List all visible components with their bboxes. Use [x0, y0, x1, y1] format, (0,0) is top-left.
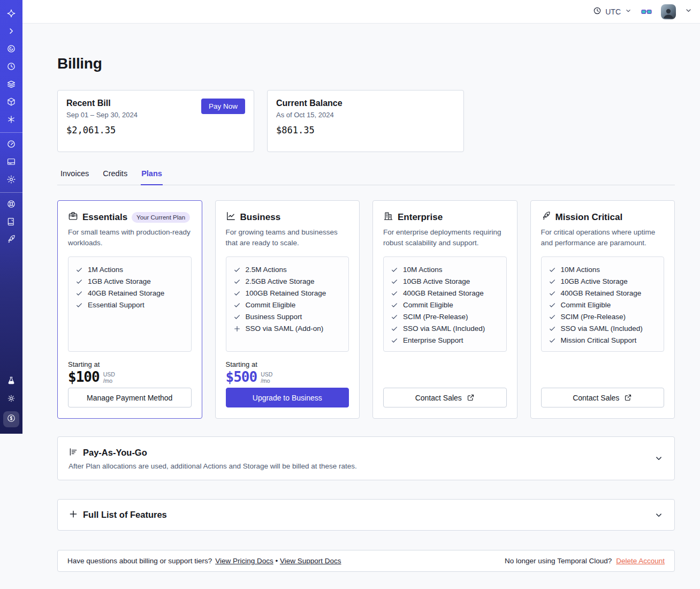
recent-bill-amount: $2,061.35: [66, 125, 245, 135]
tab-invoices[interactable]: Invoices: [60, 165, 89, 185]
plan-feature-label: Mission Critical Support: [561, 335, 637, 346]
plan-feature-item: Enterprise Support: [391, 335, 499, 346]
rocket-icon: [6, 235, 16, 246]
plan-description: For critical operations where uptime and…: [541, 227, 665, 249]
plan-feature-label: Business Support: [246, 311, 302, 323]
payg-expand-chevron-icon[interactable]: [654, 454, 664, 463]
avatar[interactable]: [661, 4, 676, 19]
sidebar-item-flask[interactable]: [0, 373, 22, 390]
check-icon: [391, 313, 398, 321]
plan-feature-label: Commit Eligible: [403, 299, 453, 311]
plan-feature-label: Enterprise Support: [403, 335, 463, 346]
sidebar-item-chevron-right[interactable]: [0, 23, 22, 41]
plan-feature-item: 1GB Active Storage: [75, 276, 184, 288]
current-balance-card: Current Balance As of Oct 15, 2024 $861.…: [267, 90, 464, 152]
check-icon: [75, 278, 83, 285]
contact-sales-button[interactable]: Contact Sales: [383, 388, 507, 407]
recent-bill-card: Recent Bill Sep 01 – Sep 30, 2024 $2,061…: [57, 90, 254, 152]
price-row: $500USD/mo: [226, 369, 349, 385]
plan-feature-label: 100GB Retained Storage: [246, 288, 326, 299]
goggles-icon[interactable]: [641, 6, 652, 18]
stack-icon: [6, 79, 16, 91]
upgrade-to-business-button[interactable]: Upgrade to Business: [226, 388, 349, 407]
check-icon: [391, 278, 398, 285]
sidebar-item-cube[interactable]: [0, 94, 22, 111]
current-balance-amount: $861.35: [276, 125, 455, 135]
sidebar-item-schedules[interactable]: [0, 58, 22, 76]
plan-feature-item: Mission Critical Support: [549, 335, 657, 346]
plan-feature-label: 10M Actions: [403, 264, 443, 276]
lifebuoy-icon: [6, 199, 16, 211]
tab-credits[interactable]: Credits: [102, 165, 128, 185]
plan-button-label: Manage Payment Method: [87, 394, 172, 402]
tab-plans[interactable]: Plans: [141, 165, 163, 185]
plan-feature-item: Commit Eligible: [549, 299, 657, 311]
sidebar-item-temporal-logo[interactable]: [0, 5, 22, 23]
sidebar-item-namespaces[interactable]: [0, 41, 22, 58]
check-icon: [233, 313, 241, 321]
full-feature-list-section[interactable]: Full List of Features: [57, 499, 675, 531]
pay-now-button[interactable]: Pay Now: [201, 99, 245, 114]
price-starting-at-label: Starting at: [68, 360, 192, 368]
billing-summary-row: Recent Bill Sep 01 – Sep 30, 2024 $2,061…: [57, 90, 675, 152]
check-icon: [549, 266, 556, 274]
account-menu-chevron-icon[interactable]: [684, 6, 693, 17]
footer-link-view-pricing-docs[interactable]: View Pricing Docs: [215, 557, 273, 565]
plan-feature-box: 10M Actions10GB Active Storage400GB Reta…: [383, 256, 507, 352]
plan-card-essentials: EssentialsYour Current PlanFor small tea…: [57, 200, 202, 419]
external-link-icon: [624, 394, 632, 402]
sidebar-item-panel[interactable]: [0, 154, 22, 171]
features-expand-chevron-icon[interactable]: [654, 510, 664, 520]
sidebar-item-lifebuoy[interactable]: [0, 196, 22, 214]
sidebar-item-gauge[interactable]: [0, 136, 22, 154]
briefcase-icon: [68, 211, 78, 223]
plus-icon: [233, 325, 241, 333]
plan-feature-label: 1GB Active Storage: [88, 276, 151, 288]
gauge-icon: [6, 139, 16, 151]
check-icon: [391, 301, 398, 309]
sidebar-item-docs[interactable]: [0, 214, 22, 231]
clock-icon: [593, 6, 602, 17]
plan-feature-label: SSO via SAML (Included): [561, 323, 643, 335]
plus-icon: [69, 509, 78, 521]
plan-feature-label: Commit Eligible: [246, 299, 296, 311]
contact-sales-button[interactable]: Contact Sales: [541, 388, 665, 407]
pay-as-you-go-section[interactable]: Pay-As-You-Go After Plan allocations are…: [57, 436, 675, 480]
plan-card-business: BusinessFor growing teams and businesses…: [215, 200, 360, 419]
manage-payment-method-button[interactable]: Manage Payment Method: [68, 388, 192, 407]
delete-account-link[interactable]: Delete Account: [616, 557, 665, 565]
sidebar-item-billing-active[interactable]: [3, 411, 19, 427]
check-icon: [75, 301, 83, 309]
check-icon: [549, 337, 556, 344]
check-icon: [233, 301, 241, 309]
plan-feature-item: 2.5M Actions: [233, 264, 342, 276]
features-content: Full List of Features: [69, 509, 654, 521]
plan-feature-label: 400GB Retained Storage: [561, 288, 642, 299]
plans-grid: EssentialsYour Current PlanFor small tea…: [57, 200, 675, 419]
flask-icon: [6, 376, 16, 388]
schedules-icon: [6, 62, 16, 73]
sidebar-item-rocket[interactable]: [0, 231, 22, 249]
plan-feature-item: SCIM (Pre-Release): [549, 311, 657, 323]
docs-icon: [6, 217, 16, 229]
footer-link-view-support-docs[interactable]: View Support Docs: [280, 557, 341, 565]
sidebar-divider: [0, 192, 22, 193]
plan-button-label: Contact Sales: [573, 394, 619, 402]
price-starting-at-label: Starting at: [226, 360, 349, 368]
plan-feature-item: 100GB Retained Storage: [233, 288, 342, 299]
sidebar-item-nexus[interactable]: [0, 111, 22, 129]
plan-feature-label: 10GB Active Storage: [403, 276, 470, 288]
plan-feature-label: SCIM (Pre-Release): [561, 311, 626, 323]
line-chart-icon: [226, 211, 236, 223]
sidebar-item-gear[interactable]: [0, 171, 22, 189]
external-link-icon: [467, 394, 475, 402]
plan-feature-item: SCIM (Pre-Release): [391, 311, 499, 323]
timezone-selector[interactable]: UTC: [593, 6, 632, 17]
plan-name: Business: [240, 212, 281, 223]
current-balance-asof: As of Oct 15, 2024: [276, 111, 455, 119]
sidebar-item-sun[interactable]: [0, 390, 22, 408]
payg-title-row: Pay-As-You-Go: [69, 447, 654, 459]
plan-description: For enterprise deployments requiring rob…: [383, 227, 507, 249]
plan-feature-label: 10GB Active Storage: [561, 276, 628, 288]
sidebar-item-stack[interactable]: [0, 76, 22, 94]
